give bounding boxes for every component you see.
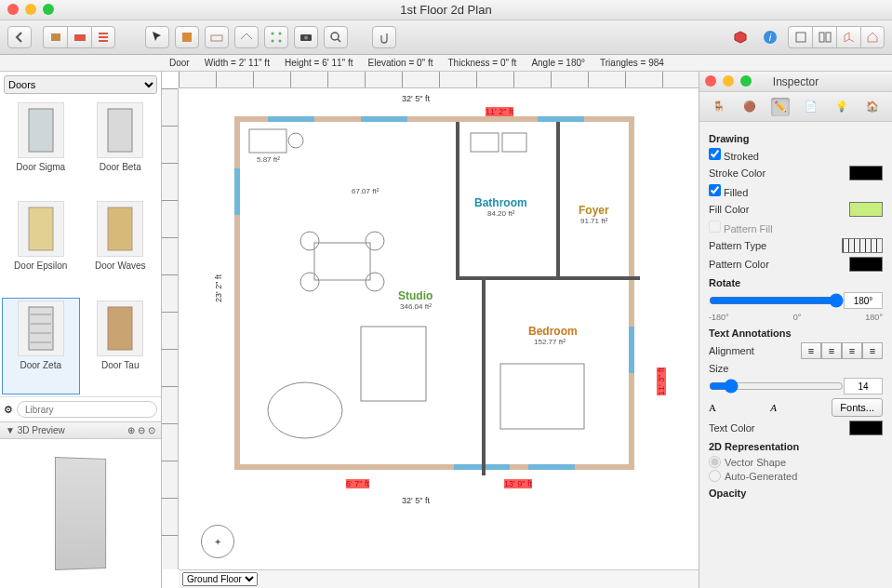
svg-point-5 <box>279 33 282 35</box>
svg-rect-18 <box>29 207 53 250</box>
filled-checkbox[interactable] <box>709 184 721 196</box>
inspector-tab-2d[interactable]: ✏️ <box>771 98 790 116</box>
floor-tool-button[interactable] <box>205 26 229 48</box>
vector-shape-radio <box>709 456 721 468</box>
compass-icon: ✦ <box>201 525 234 558</box>
fonts-button[interactable]: Fonts... <box>832 398 883 417</box>
dimension-tool-button[interactable] <box>264 26 288 48</box>
stroked-checkbox[interactable] <box>709 148 721 160</box>
floor-plan-canvas[interactable]: 32' 5" ft 11' 2" ft 23' 2" ft 11' 3" ft … <box>179 88 699 569</box>
zoom-out-icon[interactable]: ⊖ <box>138 425 145 435</box>
library-item[interactable]: Door Beta <box>82 100 160 196</box>
horizontal-ruler[interactable] <box>179 72 699 88</box>
svg-rect-34 <box>500 364 584 429</box>
inspector-tab-object[interactable]: 🪑 <box>710 98 728 116</box>
status-object: Door <box>162 58 197 68</box>
floor-plan[interactable]: 5.87 ft² 67.07 ft² Bathroom 84.20 ft² Fo… <box>234 116 634 470</box>
layout-home-button[interactable] <box>860 26 885 48</box>
view-list-button[interactable] <box>91 26 115 48</box>
library-item[interactable]: Door Zeta <box>2 298 80 394</box>
floor-selector-bar: Ground Floor <box>179 569 699 588</box>
svg-rect-2 <box>182 33 192 42</box>
library-item[interactable]: Door Epsilon <box>2 198 80 295</box>
area-label: 5.87 ft² <box>257 155 280 164</box>
text-color-label: Text Color <box>709 422 755 434</box>
floor-select[interactable]: Ground Floor <box>182 572 258 586</box>
inspector-close-button[interactable] <box>705 75 716 87</box>
pan-tool-button[interactable] <box>372 26 396 48</box>
fill-color-swatch[interactable] <box>849 202 883 217</box>
align-center-button[interactable]: ≡ <box>821 342 842 359</box>
view-room-button[interactable] <box>67 26 91 48</box>
inspector-tab-light[interactable]: 💡 <box>832 98 851 116</box>
size-label: Size <box>709 363 728 374</box>
svg-point-4 <box>272 33 274 35</box>
autogen-radio <box>709 470 721 482</box>
layout-3d-button[interactable] <box>836 26 860 48</box>
window-icon <box>268 116 314 122</box>
text-color-swatch[interactable] <box>849 421 883 435</box>
svg-rect-20 <box>29 307 53 350</box>
layout-split-button[interactable] <box>812 26 836 48</box>
font-style-italic-button[interactable]: A <box>770 402 792 413</box>
vertical-ruler[interactable] <box>162 88 179 569</box>
rotate-slider[interactable] <box>709 293 844 308</box>
library-item[interactable]: Door Sigma <box>2 100 80 196</box>
align-left-button[interactable]: ≡ <box>801 342 821 359</box>
inspector-tab-materials[interactable]: 🟤 <box>740 98 759 116</box>
alignment-label: Alignment <box>709 345 754 356</box>
zoom-window-button[interactable] <box>43 4 54 15</box>
zoom-reset-icon[interactable]: ⊙ <box>148 425 155 435</box>
rotate-value-input[interactable] <box>844 292 883 309</box>
library-item[interactable]: Door Tau <box>82 298 160 394</box>
pattern-color-swatch[interactable] <box>849 257 883 272</box>
canvas-area: 32' 5" ft 11' 2" ft 23' 2" ft 11' 3" ft … <box>162 72 699 588</box>
align-right-button[interactable]: ≡ <box>842 342 862 359</box>
svg-rect-13 <box>796 33 805 42</box>
svg-rect-3 <box>211 35 222 41</box>
inspector-tab-camera[interactable]: 🏠 <box>863 98 882 116</box>
svg-rect-33 <box>361 327 426 401</box>
library-category-select[interactable]: Doors <box>4 75 157 94</box>
font-size-input[interactable] <box>844 378 883 394</box>
export-button[interactable] <box>728 26 752 48</box>
camera-tool-button[interactable] <box>294 26 318 48</box>
inspector-tab-text[interactable]: 📄 <box>802 98 820 116</box>
info-button[interactable]: i <box>758 26 782 48</box>
inspector-zoom-button[interactable] <box>740 75 752 87</box>
wall <box>456 122 459 280</box>
close-window-button[interactable] <box>7 4 19 15</box>
font-size-slider[interactable] <box>709 379 844 394</box>
preview-header[interactable]: ▼ 3D Preview ⊕ ⊖ ⊙ <box>0 421 161 439</box>
library-item[interactable]: Door Waves <box>82 198 160 295</box>
library-panel: Doors Door Sigma Door Beta Door Epsilon … <box>0 72 162 588</box>
select-tool-button[interactable] <box>145 26 169 48</box>
layout-group <box>788 26 885 48</box>
svg-rect-19 <box>108 207 132 250</box>
nav-back-button[interactable] <box>7 26 32 48</box>
room-label-studio: Studio <box>398 289 433 302</box>
minimize-window-button[interactable] <box>25 4 36 15</box>
dimension-label: 11' 3" ft <box>657 368 666 395</box>
preview-3d-area[interactable] <box>0 439 161 588</box>
svg-point-29 <box>300 232 319 250</box>
fill-color-label: Fill Color <box>709 204 749 215</box>
library-search-input[interactable] <box>17 401 157 418</box>
pattern-type-picker[interactable] <box>842 238 883 253</box>
gear-icon[interactable]: ⚙ <box>4 404 13 416</box>
window-icon <box>528 464 575 470</box>
align-justify-button[interactable]: ≡ <box>862 342 883 359</box>
svg-point-30 <box>366 232 384 250</box>
layout-2d-button[interactable] <box>788 26 812 48</box>
inspector-min-button[interactable] <box>723 75 734 87</box>
svg-point-7 <box>279 40 282 43</box>
roof-tool-button[interactable] <box>234 26 259 48</box>
area-label: 84.20 ft² <box>487 209 514 218</box>
opacity-title: Opacity <box>709 488 883 499</box>
zoom-tool-button[interactable] <box>324 26 348 48</box>
wall-tool-button[interactable] <box>175 26 199 48</box>
view-furniture-button[interactable] <box>43 26 67 48</box>
stroke-color-swatch[interactable] <box>849 166 883 180</box>
font-style-regular-button[interactable]: A <box>709 402 731 413</box>
zoom-in-icon[interactable]: ⊕ <box>127 425 135 435</box>
